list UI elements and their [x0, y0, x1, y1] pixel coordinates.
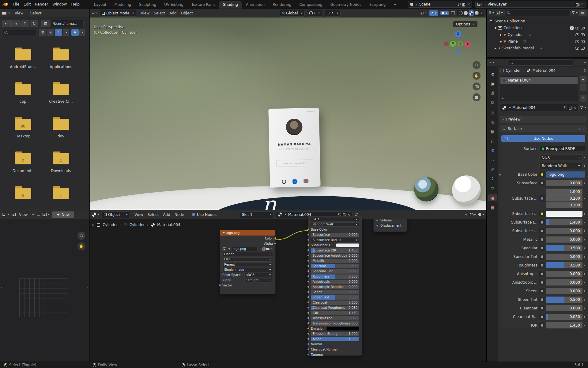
- material-slot-specials-dropdown[interactable]: [580, 95, 586, 102]
- expand-closed-icon[interactable]: ▸: [495, 46, 496, 50]
- node-value-slider[interactable]: Metallic0.000: [311, 259, 359, 263]
- breadcrumb-expand-icon[interactable]: ▸: [92, 223, 94, 227]
- new-viewlayer-icon[interactable]: [576, 3, 579, 6]
- delete-scene-icon[interactable]: ×: [467, 2, 470, 6]
- node-color-swatch[interactable]: [336, 243, 359, 247]
- workspace-tab-scripting[interactable]: Scripting: [366, 1, 389, 9]
- open-image-icon[interactable]: [266, 248, 270, 250]
- navigation-gizmo[interactable]: Z Y X: [446, 31, 470, 59]
- image-node-dropdown-flat[interactable]: Flat: [222, 257, 273, 262]
- visibility-dropdown[interactable]: [420, 12, 427, 14]
- disable-in-renders-toggle[interactable]: [581, 33, 585, 36]
- node-value-slider[interactable]: Subsurface Anisotropy0.000: [311, 254, 359, 258]
- sss-method-dropdown[interactable]: Random Walk: [539, 163, 582, 169]
- folder-item-applications[interactable]: Applications: [42, 45, 80, 80]
- workspace-tab-layout[interactable]: Layout: [90, 1, 110, 9]
- input-socket[interactable]: [307, 233, 310, 236]
- outliner-row-scene-collection[interactable]: Scene Collection: [487, 18, 588, 25]
- image-node-dropdown-linear[interactable]: Linear: [222, 252, 273, 256]
- properties-pin-icon[interactable]: [583, 69, 586, 72]
- material-slot-item[interactable]: Material.004: [500, 77, 578, 84]
- decorator-button[interactable]: [539, 180, 545, 186]
- node-value-slider[interactable]: Subsurface IOR1.400: [311, 248, 359, 253]
- outliner-search-input[interactable]: [504, 10, 571, 16]
- editor-type-3d-viewport-icon[interactable]: 🕂: [92, 11, 97, 15]
- scene-name[interactable]: Scene: [419, 2, 456, 6]
- mode-selector[interactable]: Object Mode: [100, 10, 136, 17]
- input-socket[interactable]: [307, 332, 310, 335]
- keyframe-dot[interactable]: [584, 198, 585, 199]
- input-socket[interactable]: [376, 224, 379, 227]
- node-value-slider[interactable]: Sheen0.000: [311, 290, 359, 294]
- value-slider[interactable]: 0.000: [546, 236, 582, 243]
- viewport-menu-object[interactable]: Object: [179, 10, 195, 16]
- image-copy-icon[interactable]: [262, 247, 265, 250]
- decorator-button[interactable]: [539, 195, 545, 201]
- keyframe-dot[interactable]: [584, 239, 585, 240]
- node-value-slider[interactable]: Alpha1.000: [311, 337, 359, 341]
- decorator-button[interactable]: [539, 297, 545, 303]
- show-overlays-toggle[interactable]: [440, 11, 449, 15]
- node-value-slider[interactable]: IOR1.450: [311, 311, 359, 315]
- node-value-slider[interactable]: Transmission0.000: [311, 316, 359, 320]
- value-slider[interactable]: 0.000: [546, 228, 582, 234]
- outliner-row-sketchfab-model[interactable]: ▸✦Sketchfab_model✦: [487, 45, 588, 52]
- decorator-button[interactable]: [539, 236, 545, 243]
- image-texture-node[interactable]: logo.png Color Alpha logo.png × LinearFl…: [220, 230, 276, 294]
- viewport-grid-ortho-button[interactable]: ⊞: [473, 93, 481, 101]
- filter-toggle-button[interactable]: ∇: [71, 29, 79, 36]
- new-collection-button[interactable]: ⊞: [579, 10, 586, 16]
- hide-in-viewport-toggle[interactable]: [575, 27, 579, 29]
- tab-constraints-properties[interactable]: ⌇: [488, 175, 497, 182]
- filebrowser-search-input[interactable]: [2, 29, 36, 36]
- zoom-tool-icon[interactable]: [77, 232, 85, 240]
- disable-in-renders-toggle[interactable]: [581, 40, 585, 43]
- remove-material-slot-button[interactable]: −: [580, 84, 586, 91]
- input-socket[interactable]: [307, 312, 310, 314]
- folder-item[interactable]: 🗎: [4, 184, 42, 210]
- image-datablock-row[interactable]: logo.png ×: [222, 247, 273, 251]
- node-value-slider[interactable]: Transmission Roughness0.000: [311, 321, 359, 326]
- value-slider[interactable]: 0.000: [546, 254, 582, 260]
- expand-closed-icon[interactable]: ▸: [500, 33, 502, 37]
- tab-scene-properties[interactable]: ◬: [488, 109, 497, 116]
- material-fake-user-icon[interactable]: [564, 106, 567, 109]
- shader-editor[interactable]: Object ViewSelectAddNode ✓Use Nodes Slot…: [90, 210, 486, 362]
- show-gizmo-toggle[interactable]: ↗: [429, 10, 438, 16]
- display-thumbnails-button[interactable]: ⠿: [55, 29, 62, 36]
- tab-particles-properties[interactable]: ∴: [488, 156, 497, 163]
- workspace-tab-rendering[interactable]: Rendering: [269, 1, 295, 9]
- filter-dropdown[interactable]: [79, 29, 85, 36]
- color-output-socket[interactable]: [274, 237, 277, 240]
- shading-solid-button[interactable]: [464, 11, 468, 15]
- pin-material-icon[interactable]: [355, 213, 358, 216]
- material-copy-icon[interactable]: [569, 106, 572, 109]
- gizmo-axis-y-neg[interactable]: [458, 41, 463, 46]
- tab-tool-properties[interactable]: ⚙: [488, 71, 497, 78]
- value-slider[interactable]: 0.500: [546, 262, 582, 268]
- alpha-mode-dropdown[interactable]: Straight: [244, 278, 273, 282]
- blender-logo-icon[interactable]: [2, 2, 9, 7]
- alpha-output-socket[interactable]: [274, 242, 277, 245]
- workspace-tab-sculpting[interactable]: Sculpting: [135, 1, 160, 9]
- nav-up-button[interactable]: ↑: [21, 20, 29, 27]
- app-menu-edit[interactable]: Edit: [21, 1, 33, 7]
- value-slider[interactable]: 0.500: [546, 297, 582, 303]
- decorator-button[interactable]: [539, 288, 545, 294]
- node-value-slider[interactable]: Subsurface0.000: [311, 233, 359, 237]
- bsdf-distribution-dropdown[interactable]: GGX: [311, 217, 359, 221]
- color-space-dropdown[interactable]: sRGB: [244, 273, 273, 277]
- file-browser-menu-select[interactable]: Select: [28, 10, 43, 16]
- viewlayer-selector[interactable]: ViewLayer ×: [475, 1, 586, 8]
- folder-item-desktop[interactable]: ▣Desktop: [4, 114, 42, 149]
- editor-type-shader-icon[interactable]: [92, 213, 99, 217]
- shader-menu-select[interactable]: Select: [145, 212, 161, 218]
- workspace-tab-uv-editing[interactable]: UV Editing: [160, 1, 187, 9]
- input-socket[interactable]: [307, 348, 310, 351]
- keyframe-dot[interactable]: [584, 316, 585, 318]
- decorator-button[interactable]: [539, 305, 545, 311]
- gizmo-axis-y[interactable]: Y: [450, 41, 456, 47]
- surface-panel-header[interactable]: ⌄Surface::::: [500, 125, 586, 132]
- input-socket[interactable]: [307, 259, 310, 262]
- input-socket[interactable]: [307, 353, 310, 356]
